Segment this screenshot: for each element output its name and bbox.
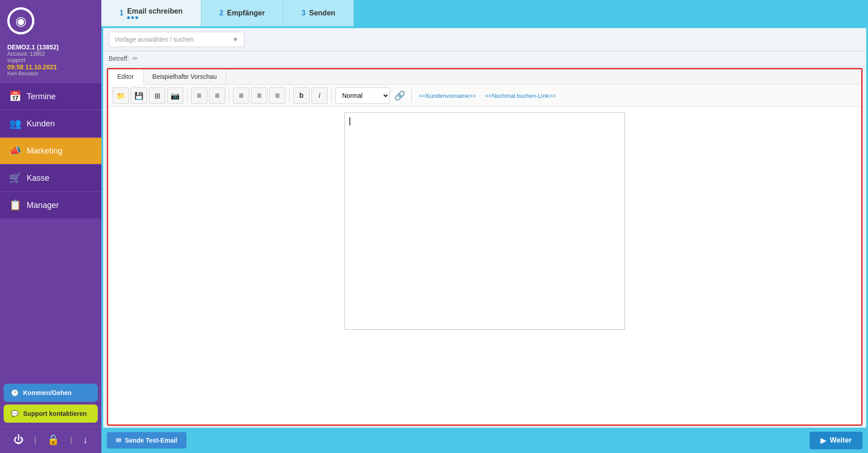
align-right-button[interactable]: ≡ [269, 87, 286, 104]
weiter-arrow-icon: ▶ [820, 436, 826, 445]
indent-left-button[interactable]: ≡ [191, 87, 207, 104]
account-label: Account: 13852 [7, 51, 94, 57]
sidebar-item-marketing[interactable]: 📣 Marketing [0, 138, 101, 164]
tab3-num: 3 [301, 9, 305, 17]
tab-dot-3 [135, 16, 138, 19]
tab-vorschau[interactable]: Beispielhafte Vorschau [143, 69, 226, 84]
link-button[interactable]: 🔗 [391, 87, 408, 104]
template-row: Vorlage auswählen / suchen ▼ [103, 28, 866, 51]
open-folder-button[interactable]: 📁 [113, 87, 129, 104]
support-kontaktieren-button[interactable]: 💬 Support kontaktieren [4, 405, 98, 423]
support-icon: 💬 [11, 410, 19, 417]
content-area: Vorlage auswählen / suchen ▼ Betreff: ✏ … [103, 28, 866, 428]
toolbar-sep-2 [229, 89, 229, 102]
align-left-button[interactable]: ≡ [233, 87, 249, 104]
logo: ◉ [7, 7, 34, 34]
tab2-label: Empfänger [227, 9, 265, 17]
sidebar-item-kunden[interactable]: 👥 Kunden [0, 111, 101, 137]
toolbar-sep-5 [411, 89, 412, 102]
sidebar-item-termine[interactable]: 📅 Termine [0, 83, 101, 110]
editor-toolbar: 📁 💾 ⊞ 📷 ≡ ≡ ≡ ≡ ≡ b i [108, 85, 861, 107]
bottom-bar: ✉ Sende Test-Email ▶ Weiter [101, 428, 868, 453]
sidebar-item-label-termine: Termine [27, 92, 56, 101]
weiter-button[interactable]: ▶ Weiter [810, 432, 863, 449]
save-button[interactable]: 💾 [131, 87, 147, 104]
editor-container: Editor Beispielhafte Vorschau 📁 💾 ⊞ 📷 ≡ … [107, 68, 863, 426]
dropdown-arrow-icon: ▼ [232, 36, 238, 43]
kommen-gehen-button[interactable]: 🕐 Kommen/Gehen [4, 384, 98, 402]
sidebar-item-label-kasse: Kasse [27, 173, 49, 183]
sidebar-footer: ⏻ | 🔒 | ↓ [0, 426, 101, 453]
grid-button[interactable]: ⊞ [149, 87, 165, 104]
bold-button[interactable]: b [293, 87, 310, 104]
termine-icon: 📅 [9, 91, 21, 102]
weiter-label: Weiter [830, 436, 852, 444]
power-icon[interactable]: ⏻ [12, 432, 25, 448]
tab1-label: Email schreiben [127, 7, 183, 15]
support-label: support [7, 57, 94, 63]
toolbar-sep-1 [187, 89, 187, 102]
italic-button[interactable]: i [311, 87, 328, 104]
user-info: DEMO2.1 (13852) Account: 13852 support 0… [0, 42, 101, 82]
kommen-gehen-label: Kommen/Gehen [23, 389, 72, 396]
sidebar-item-label-manager: Manager [27, 201, 59, 210]
tab-email-schreiben[interactable]: 1 Email schreiben [101, 0, 201, 26]
toolbar-sep-3 [289, 89, 290, 102]
format-select[interactable]: Normal Heading 1 Heading 2 Heading 3 [335, 87, 390, 104]
tab-dot-2 [131, 16, 134, 19]
sidebar-item-kasse[interactable]: 🛒 Kasse [0, 165, 101, 191]
subject-edit-icon[interactable]: ✏ [133, 55, 138, 62]
sidebar-bottom: 🕐 Kommen/Gehen 💬 Support kontaktieren [0, 380, 101, 426]
time-display: 09:58 11.10.2021 [7, 63, 94, 71]
tab1-num: 1 [119, 9, 124, 17]
insert-book-link-button[interactable]: <<Nochmal buchen-Link>> [482, 91, 559, 101]
subject-row: Betreff: ✏ [103, 51, 866, 66]
arrow-down-icon[interactable]: ↓ [81, 432, 90, 448]
send-test-email-button[interactable]: ✉ Sende Test-Email [107, 432, 186, 448]
tab-senden[interactable]: 3 Senden [283, 0, 354, 26]
subject-label: Betreff: [109, 55, 129, 62]
editor-body[interactable] [108, 107, 861, 424]
kunden-icon: 👥 [9, 118, 21, 130]
align-center-button[interactable]: ≡ [251, 87, 267, 104]
tabs-bar: 1 Email schreiben 2 Empfänger 3 Senden [101, 0, 868, 26]
manager-icon: 📋 [9, 199, 21, 211]
user-name: DEMO2.1 (13852) [7, 43, 94, 51]
template-placeholder: Vorlage auswählen / suchen [114, 36, 194, 43]
kasse-icon: 🛒 [9, 172, 21, 184]
sidebar-item-manager[interactable]: 📋 Manager [0, 192, 101, 218]
kein-benutzer-label: Kein Benutzer [7, 71, 94, 76]
sidebar-item-label-kunden: Kunden [27, 119, 55, 129]
lock-icon[interactable]: 🔒 [45, 432, 61, 448]
insert-customer-name-button[interactable]: <<Kundenvorname>> [415, 91, 480, 101]
editor-tabs: Editor Beispielhafte Vorschau [108, 69, 861, 85]
editor-textarea[interactable] [344, 112, 625, 330]
sidebar-logo: ◉ [0, 0, 101, 42]
toolbar-sep-4 [331, 89, 332, 102]
tab3-label: Senden [309, 9, 335, 17]
sidebar-item-label-marketing: Marketing [27, 146, 62, 156]
marketing-icon: 📣 [9, 145, 21, 157]
send-test-icon: ✉ [116, 437, 121, 444]
support-label: Support kontaktieren [23, 410, 87, 417]
logo-symbol: ◉ [15, 14, 26, 29]
text-cursor [349, 117, 350, 125]
send-test-label: Sende Test-Email [125, 437, 177, 444]
kommen-gehen-icon: 🕐 [11, 389, 19, 396]
camera-button[interactable]: 📷 [167, 87, 183, 104]
tab-editor[interactable]: Editor [108, 69, 143, 85]
tab-dot-1 [127, 16, 130, 19]
sidebar: ◉ DEMO2.1 (13852) Account: 13852 support… [0, 0, 101, 453]
tab-empfaenger[interactable]: 2 Empfänger [201, 0, 283, 26]
indent-right-button[interactable]: ≡ [209, 87, 225, 104]
main-content: 1 Email schreiben 2 Empfänger 3 Senden [101, 0, 868, 453]
template-selector[interactable]: Vorlage auswählen / suchen ▼ [109, 32, 244, 47]
sidebar-nav: 📅 Termine 👥 Kunden 📣 Marketing 🛒 Kasse 📋… [0, 82, 101, 380]
tab2-num: 2 [219, 9, 224, 17]
